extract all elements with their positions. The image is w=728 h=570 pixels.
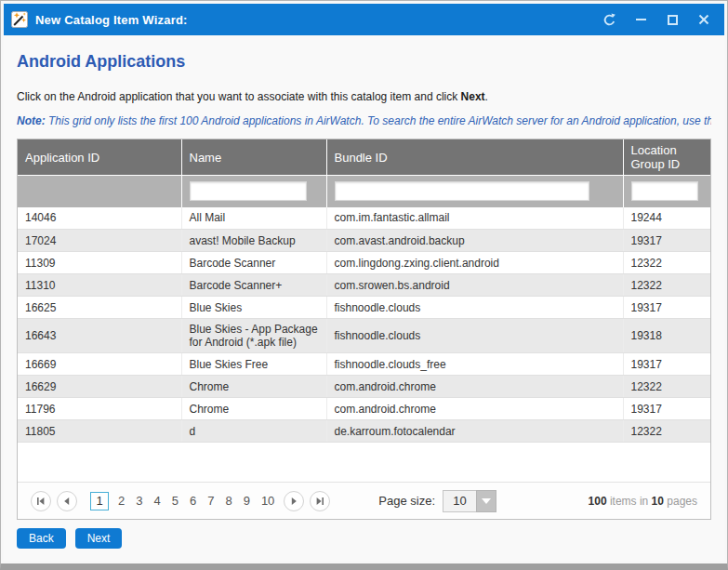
next-page-button[interactable] bbox=[284, 491, 304, 511]
page-size-value[interactable]: 10 bbox=[443, 490, 476, 512]
refresh-icon[interactable] bbox=[598, 8, 620, 31]
pager-page[interactable]: 3 bbox=[130, 494, 148, 508]
cell: Barcode Scanner+ bbox=[181, 274, 326, 297]
table-row[interactable]: 11805dde.karroum.fotocalendar12322 bbox=[18, 420, 710, 443]
close-button[interactable] bbox=[693, 8, 715, 31]
last-page-button[interactable] bbox=[310, 491, 330, 511]
filter-cell-name bbox=[181, 176, 326, 207]
pager-page[interactable]: 9 bbox=[238, 494, 256, 508]
table-row[interactable]: 16625Blue Skiesfishnoodle.clouds19317 bbox=[18, 297, 710, 319]
table-row[interactable]: 11796Chromecom.android.chrome19317 bbox=[18, 398, 710, 420]
pager-page[interactable]: 8 bbox=[219, 494, 237, 508]
table-row[interactable]: 11309Barcode Scannercom.lingdong.zxing.c… bbox=[18, 252, 710, 274]
cell: avast! Mobile Backup bbox=[181, 230, 326, 252]
pager-page-current[interactable]: 1 bbox=[90, 492, 109, 510]
maximize-icon bbox=[668, 15, 678, 25]
cell: 12322 bbox=[623, 376, 710, 398]
cell: fishnoodle.clouds_free bbox=[326, 353, 623, 376]
table-row[interactable]: 14046All Mailcom.im.fantastic.allmail192… bbox=[18, 207, 710, 230]
page-title: Android Applications bbox=[17, 52, 711, 72]
cell: 14046 bbox=[18, 207, 181, 230]
minimize-button[interactable] bbox=[629, 8, 652, 31]
grid-body: 14046All Mailcom.im.fantastic.allmail192… bbox=[18, 207, 710, 443]
pager-summary: 100 items in 10 pages bbox=[589, 495, 697, 508]
filter-cell-application-id bbox=[18, 176, 181, 207]
close-icon bbox=[698, 14, 709, 25]
cell: de.karroum.fotocalendar bbox=[326, 420, 623, 443]
table-row[interactable]: 16629Chromecom.android.chrome12322 bbox=[18, 376, 710, 398]
cell: 16629 bbox=[18, 376, 181, 398]
chevron-down-icon bbox=[482, 498, 491, 504]
maximize-button[interactable] bbox=[661, 8, 683, 31]
cell: fishnoodle.clouds bbox=[326, 297, 623, 319]
first-page-button[interactable] bbox=[31, 491, 51, 511]
cell: 16643 bbox=[18, 319, 181, 353]
cell: Blue Skies bbox=[181, 297, 326, 319]
pager-page[interactable]: 4 bbox=[148, 494, 165, 508]
cell: d bbox=[181, 420, 326, 443]
location-group-id-filter-input[interactable] bbox=[631, 181, 698, 201]
column-header-name[interactable]: Name bbox=[181, 139, 326, 176]
cell: 19317 bbox=[623, 353, 710, 376]
cell: 11796 bbox=[18, 398, 181, 420]
column-header-location-group-id[interactable]: Location Group ID bbox=[623, 139, 710, 176]
note-text: Note: This grid only lists the first 100… bbox=[17, 114, 711, 127]
wand-stars-icon bbox=[11, 11, 28, 28]
pager-page[interactable]: 7 bbox=[202, 494, 219, 508]
cell: 19318 bbox=[623, 319, 710, 353]
table-row[interactable]: 11310Barcode Scanner+com.srowen.bs.andro… bbox=[18, 274, 710, 297]
cell: Barcode Scanner bbox=[181, 252, 326, 274]
cell: 12322 bbox=[623, 420, 710, 443]
page-size-label: Page size: bbox=[378, 494, 435, 508]
cell: com.srowen.bs.android bbox=[326, 274, 623, 297]
next-page-icon bbox=[289, 497, 298, 506]
table-row[interactable]: 16643Blue Skies - App Package for Androi… bbox=[18, 319, 710, 353]
pager-page[interactable]: 6 bbox=[184, 494, 202, 508]
table-row[interactable]: 16669Blue Skies Freefishnoodle.clouds_fr… bbox=[18, 353, 710, 376]
pager-page[interactable]: 5 bbox=[166, 494, 184, 508]
column-header-bundle-id[interactable]: Bundle ID bbox=[326, 139, 623, 176]
cell: 11310 bbox=[18, 274, 181, 297]
first-page-icon bbox=[36, 497, 46, 506]
cell: com.im.fantastic.allmail bbox=[326, 207, 623, 230]
cell: com.avast.android.backup bbox=[326, 230, 623, 252]
cell: 12322 bbox=[623, 274, 710, 297]
filter-cell-bundle-id bbox=[326, 176, 623, 207]
cell: 16625 bbox=[18, 297, 181, 319]
cell: Blue Skies - App Package for Android (*.… bbox=[181, 319, 326, 353]
column-header-application-id[interactable]: Application ID bbox=[18, 139, 181, 176]
cell: 12322 bbox=[623, 252, 710, 274]
cell: 11805 bbox=[18, 420, 181, 443]
wizard-footer: Back Next bbox=[17, 528, 711, 558]
cell: 19244 bbox=[623, 207, 710, 230]
pager-page[interactable]: 2 bbox=[113, 494, 130, 508]
prev-page-icon bbox=[62, 497, 72, 506]
wizard-window: New Catalog Item Wizard: Android Applica… bbox=[0, 0, 728, 570]
applications-grid: Application ID Name Bundle ID Location G… bbox=[17, 139, 711, 520]
name-filter-input[interactable] bbox=[190, 181, 307, 201]
cell: 11309 bbox=[18, 252, 181, 274]
cell: 19317 bbox=[623, 230, 710, 252]
back-button[interactable]: Back bbox=[17, 528, 66, 549]
titlebar: New Catalog Item Wizard: bbox=[4, 4, 724, 35]
grid-filler bbox=[18, 443, 710, 482]
bundle-id-filter-input[interactable] bbox=[335, 181, 589, 201]
cell: 17024 bbox=[18, 230, 181, 252]
minimize-icon bbox=[636, 19, 646, 20]
cell: com.android.chrome bbox=[326, 398, 623, 420]
table-row[interactable]: 17024avast! Mobile Backupcom.avast.andro… bbox=[18, 230, 710, 252]
wizard-content: Android Applications Click on the Androi… bbox=[4, 35, 724, 561]
instruction-text: Click on the Android application that yo… bbox=[17, 90, 711, 103]
window-title: New Catalog Item Wizard: bbox=[35, 13, 188, 27]
page-size-dropdown-button[interactable] bbox=[476, 490, 496, 512]
cell: 16669 bbox=[18, 353, 181, 376]
prev-page-button[interactable] bbox=[57, 491, 77, 511]
next-button[interactable]: Next bbox=[75, 528, 123, 549]
cell: Chrome bbox=[181, 398, 326, 420]
last-page-icon bbox=[315, 497, 324, 506]
cell: com.android.chrome bbox=[326, 376, 623, 398]
cell: 19317 bbox=[623, 297, 710, 319]
cell: All Mail bbox=[181, 207, 326, 230]
pager-pages: 12345678910 bbox=[86, 492, 280, 510]
pager-page[interactable]: 10 bbox=[256, 494, 280, 508]
